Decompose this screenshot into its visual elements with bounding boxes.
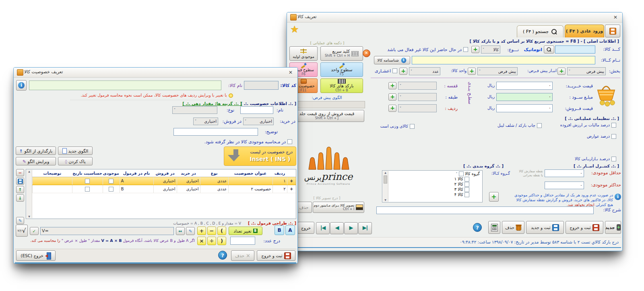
load-template-button[interactable]: بارگذاری از الگو ↑: [16, 147, 56, 155]
edit-formula-button[interactable]: ✎: [186, 227, 195, 235]
calculator-button[interactable]: [488, 221, 500, 234]
insert-property-button[interactable]: درج خصوصیت در لیست Insert ( INS ): [224, 147, 296, 166]
tolls-checkbox[interactable]: [611, 134, 616, 139]
delete-button[interactable]: ✕ حذف: [231, 250, 254, 261]
buy-price-input[interactable]: ۰: [496, 82, 553, 90]
nav-prev-button[interactable]: ◀: [330, 222, 344, 234]
second-monitor-image-button[interactable]: تصویر کالا بـرای مـانیتور دوم Ctrl + I: [313, 202, 364, 213]
max-stock-input[interactable]: ۰: [545, 182, 584, 189]
min-stock-input[interactable]: ۰: [545, 169, 584, 177]
save-exit-button[interactable]: ثبت و خروج: [257, 250, 295, 261]
minus-op-button[interactable]: −: [207, 227, 216, 235]
new-button[interactable]: + جدید: [605, 221, 621, 234]
weighted-checkbox[interactable]: [410, 124, 415, 129]
date-checkbox[interactable]: [85, 179, 90, 184]
edit-row-button[interactable]: ✎: [16, 217, 24, 224]
product-code-input[interactable]: [555, 45, 595, 54]
help-button[interactable]: ?: [218, 251, 227, 260]
properties-grid[interactable]: ▲ ▼ ردیف عنوان خصوصیت نوع در خرید در فرو…: [26, 169, 296, 219]
table-row[interactable]: + ۲ خصوصیت ۲ عددی اختیاری اختیاری B: [33, 185, 296, 193]
product-barcodes-button[interactable]: بارکد های کالا Ctrl + B: [320, 78, 363, 93]
vat-checkbox[interactable]: [611, 123, 616, 128]
tree-root[interactable]: گروه کالا ˅: [454, 171, 480, 176]
divide-op-button[interactable]: ÷: [207, 237, 216, 245]
add-group-button[interactable]: +: [489, 192, 499, 202]
marketing-checkbox[interactable]: [611, 157, 616, 161]
barcode-print-checkbox[interactable]: [537, 123, 542, 128]
unit-levels-button[interactable]: سطوح واحد F5: [320, 62, 363, 77]
tree-item-checkbox[interactable]: [464, 187, 469, 192]
stock-checkbox[interactable]: [109, 179, 114, 184]
delete-button[interactable]: حذف: [502, 221, 524, 234]
tree-item[interactable]: کالا ۱: [454, 176, 469, 182]
var-b-button[interactable]: B: [275, 225, 284, 235]
change-count-button[interactable]: B تغییر تعداد: [229, 227, 262, 235]
swap-button[interactable]: ↔: [176, 227, 185, 235]
value-options-link[interactable]: [ .:. گزینه ها: مقدار دهی .:. ]: [190, 101, 242, 106]
col-formula[interactable]: نام در فرمول: [120, 169, 153, 177]
tree-item-checkbox[interactable]: [464, 192, 469, 197]
description-input[interactable]: [173, 128, 258, 136]
col-desc[interactable]: توضیحات: [33, 169, 72, 177]
help-button[interactable]: ?: [473, 223, 482, 232]
formula-input[interactable]: V=: [40, 227, 174, 235]
multiply-op-button[interactable]: ×: [197, 237, 206, 245]
add-shelf-button[interactable]: +: [388, 82, 396, 89]
nav-first-button[interactable]: |◀: [316, 222, 330, 234]
field-name-input[interactable]: [240, 106, 273, 114]
property-code-input[interactable]: [244, 81, 279, 90]
add-floor-button[interactable]: +: [388, 93, 396, 101]
shelf-select[interactable]: ˅: [398, 82, 437, 90]
grid-scrollbar[interactable]: ▲ ▼: [27, 170, 32, 218]
product-name-input[interactable]: [412, 56, 595, 64]
scroll-down-icon[interactable]: ▼: [27, 215, 32, 218]
col-title[interactable]: عنوان خصوصیت: [228, 169, 272, 177]
initial-stock-button[interactable]: موجودی اولیه: [289, 46, 318, 61]
product-description-input[interactable]: [376, 206, 594, 214]
floor-select[interactable]: ˅: [398, 93, 437, 101]
remove-row-button[interactable]: −: [16, 169, 24, 176]
favorite-star-icon[interactable]: ★: [290, 24, 299, 35]
close-panel-icon[interactable]: ✕: [363, 50, 370, 57]
quick-key-button[interactable]: کلید سریع Shift + Ctrl + H: [320, 46, 363, 61]
save-exit-button[interactable]: ثبت و خروج: [566, 221, 603, 234]
decimal-checkbox[interactable]: [392, 68, 397, 73]
sell-price-input[interactable]: ۰: [496, 104, 553, 112]
close-icon[interactable]: ✕: [612, 14, 619, 21]
col-row[interactable]: ردیف: [272, 169, 287, 177]
type-select[interactable]: کالا ˅: [481, 45, 500, 54]
apply-formula-button[interactable]: ✓: [30, 227, 39, 235]
close-paren-button[interactable]: ): [217, 237, 226, 245]
tree-item-checkbox[interactable]: [464, 177, 469, 182]
tree-item[interactable]: کالا ۲: [454, 182, 469, 187]
table-row[interactable]: + ۱ عددی اختیاری اختیاری A: [33, 177, 296, 185]
save-row-button[interactable]: [16, 177, 24, 185]
product-idcard-button[interactable]: i شناسنامه کالا: [374, 56, 410, 64]
col-date[interactable]: حساسیت تاریخ: [72, 169, 103, 177]
add-type-button[interactable]: +: [471, 46, 479, 53]
scrollbar-thumb[interactable]: [384, 175, 387, 184]
plus-op-button[interactable]: +: [197, 227, 206, 235]
nav-next-button[interactable]: ▶: [344, 222, 358, 234]
clear-template-button[interactable]: پاک کردن ◊: [58, 157, 93, 165]
col-buy[interactable]: در خرید: [177, 169, 200, 177]
inactive-checkbox[interactable]: [463, 47, 468, 52]
profit-input[interactable]: ۰: [496, 93, 553, 101]
insert-number-input[interactable]: [230, 237, 255, 245]
title-bar[interactable]: تعريف خصوصیت كالا ✕: [14, 68, 297, 78]
scroll-up-icon[interactable]: ▲: [383, 171, 388, 174]
tab-search[interactable]: جستجو ( F۳ ): [517, 25, 564, 37]
add-warehouse-button[interactable]: +: [468, 68, 476, 75]
info-button[interactable]: i: [16, 80, 27, 91]
add-unit-button[interactable]: +: [399, 68, 407, 75]
col-stock[interactable]: موجودی: [103, 169, 120, 177]
collapse-icon[interactable]: ˅: [456, 172, 458, 176]
save-quick-button[interactable]: [605, 25, 620, 37]
move-down-button[interactable]: ↓: [16, 194, 24, 202]
row-select[interactable]: ˅: [398, 104, 437, 112]
section-select[interactable]: پیش فرض ˅: [567, 67, 606, 75]
nav-last-button[interactable]: ▶|: [358, 222, 372, 234]
default-template-box[interactable]: [289, 101, 365, 108]
edit-template-button[interactable]: ویرایش الگو ✎: [16, 157, 56, 165]
sqrt-button[interactable]: √ x/y: [16, 225, 28, 237]
